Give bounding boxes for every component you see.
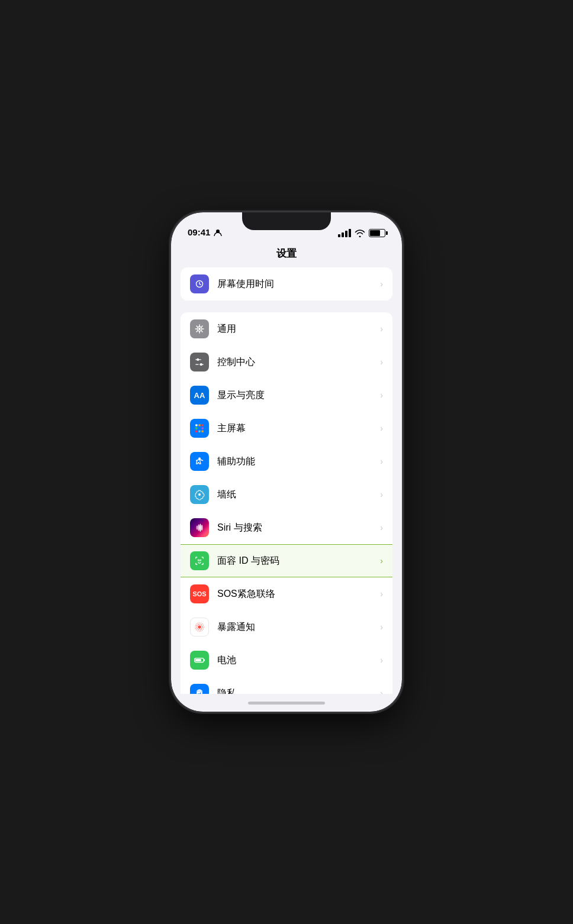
svg-point-22	[198, 525, 199, 531]
notch	[242, 212, 331, 230]
svg-point-2	[198, 328, 201, 330]
row-faceid[interactable]: 面容 ID 与密码 ›	[181, 544, 392, 577]
icon-sos: SOS	[190, 584, 209, 603]
status-time: 09:41	[188, 227, 222, 237]
label-privacy: 隐私	[217, 687, 378, 694]
row-control-center[interactable]: 控制中心 ›	[181, 345, 392, 379]
battery-icon	[369, 229, 385, 237]
row-accessibility[interactable]: 辅助功能 ›	[181, 445, 392, 478]
row-sos[interactable]: SOS SOS紧急联络 ›	[181, 577, 392, 610]
label-home-screen: 主屏幕	[217, 422, 378, 435]
icon-privacy	[190, 684, 209, 694]
icon-faceid	[190, 551, 209, 570]
person-icon	[214, 228, 222, 237]
row-home-screen[interactable]: 主屏幕 ›	[181, 412, 392, 445]
settings-content[interactable]: 设置 屏幕使用时间 ›	[171, 242, 402, 694]
chevron-accessibility: ›	[380, 457, 383, 466]
label-wallpaper: 墙纸	[217, 489, 378, 501]
chevron-siri: ›	[380, 523, 383, 532]
svg-rect-16	[195, 430, 197, 432]
label-battery: 电池	[217, 654, 378, 667]
chevron-general: ›	[380, 324, 383, 334]
icon-siri	[190, 518, 209, 537]
svg-rect-11	[198, 424, 200, 426]
icon-control-center	[190, 353, 209, 371]
icon-accessibility	[190, 452, 209, 471]
chevron-control-center: ›	[380, 357, 383, 367]
svg-rect-8	[199, 364, 204, 364]
icon-battery	[190, 651, 209, 670]
icon-exposure	[190, 618, 209, 637]
home-indicator	[171, 694, 402, 712]
label-exposure: 暴露通知	[217, 621, 378, 634]
svg-rect-9	[195, 364, 199, 364]
group-screen-time: 屏幕使用时间 ›	[181, 267, 392, 301]
label-screen-time: 屏幕使用时间	[217, 278, 378, 290]
chevron-display: ›	[380, 390, 383, 400]
svg-rect-14	[198, 427, 200, 429]
label-display: 显示与亮度	[217, 389, 378, 402]
svg-rect-15	[201, 427, 203, 429]
svg-rect-17	[198, 430, 200, 432]
icon-wallpaper	[190, 485, 209, 504]
signal-icon	[338, 229, 351, 237]
screen: 09:41	[171, 212, 402, 712]
chevron-screen-time: ›	[380, 279, 383, 289]
row-siri[interactable]: Siri 与搜索 ›	[181, 511, 392, 544]
row-privacy[interactable]: 隐私 ›	[181, 677, 392, 694]
row-exposure[interactable]: 暴露通知 ›	[181, 610, 392, 644]
svg-rect-13	[195, 427, 197, 429]
icon-display: AA	[190, 386, 209, 405]
svg-rect-18	[201, 430, 203, 432]
svg-point-24	[201, 525, 203, 531]
svg-point-20	[198, 493, 201, 496]
label-control-center: 控制中心	[217, 356, 378, 369]
svg-point-23	[199, 524, 201, 532]
wifi-icon	[355, 229, 365, 237]
home-bar	[248, 702, 325, 705]
svg-rect-12	[201, 424, 203, 426]
chevron-home-screen: ›	[380, 424, 383, 433]
row-wallpaper[interactable]: 墙纸 ›	[181, 478, 392, 511]
chevron-faceid: ›	[380, 556, 383, 566]
svg-point-21	[197, 526, 198, 530]
chevron-sos: ›	[380, 589, 383, 599]
display-text: AA	[194, 391, 205, 400]
row-display[interactable]: AA 显示与亮度 ›	[181, 379, 392, 412]
svg-rect-6	[195, 359, 197, 360]
row-screen-time[interactable]: 屏幕使用时间 ›	[181, 267, 392, 301]
page-title: 设置	[171, 242, 402, 267]
chevron-wallpaper: ›	[380, 490, 383, 499]
svg-rect-7	[197, 359, 201, 360]
label-siri: Siri 与搜索	[217, 522, 378, 534]
chevron-privacy: ›	[380, 689, 383, 694]
icon-general	[190, 319, 209, 338]
row-general[interactable]: 通用 ›	[181, 312, 392, 345]
svg-point-25	[198, 625, 201, 629]
svg-rect-29	[204, 659, 205, 661]
group-general: 通用 › 控制中心	[181, 312, 392, 694]
label-faceid: 面容 ID 与密码	[217, 555, 378, 567]
svg-rect-30	[195, 659, 201, 661]
label-accessibility: 辅助功能	[217, 455, 378, 468]
status-icons	[338, 229, 385, 237]
phone-frame: 09:41	[171, 212, 402, 712]
chevron-exposure: ›	[380, 622, 383, 632]
row-battery[interactable]: 电池 ›	[181, 644, 392, 677]
svg-rect-31	[197, 692, 202, 694]
sos-text: SOS	[192, 590, 206, 597]
icon-screen-time	[190, 274, 209, 293]
svg-rect-10	[195, 424, 197, 426]
label-sos: SOS紧急联络	[217, 588, 378, 600]
chevron-battery: ›	[380, 655, 383, 665]
label-general: 通用	[217, 323, 378, 335]
icon-home-screen	[190, 419, 209, 438]
clock: 09:41	[188, 227, 210, 237]
